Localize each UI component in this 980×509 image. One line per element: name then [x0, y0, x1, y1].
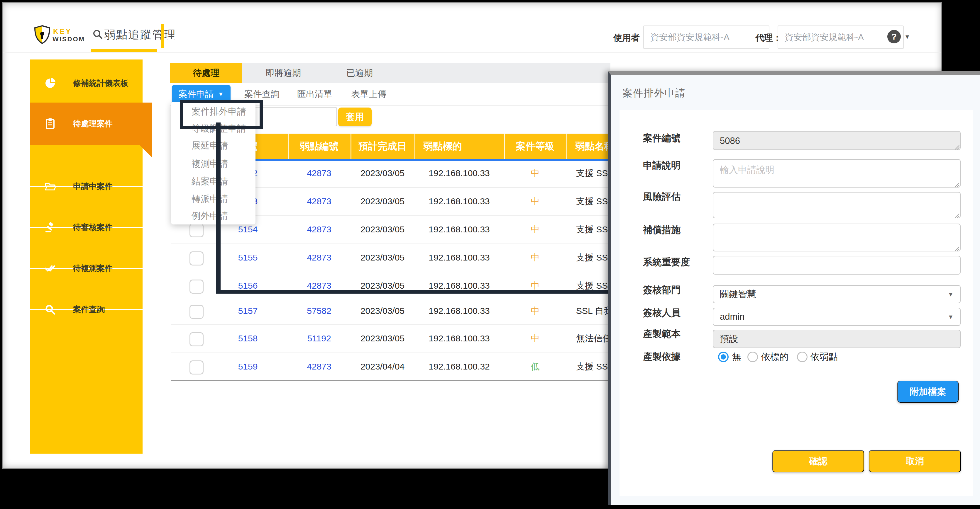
- tab-due-soon[interactable]: 即將逾期: [242, 63, 325, 83]
- tab-overdue[interactable]: 已逾期: [325, 63, 395, 83]
- radio-by-target[interactable]: [748, 352, 758, 362]
- level-badge: 中: [504, 216, 566, 244]
- menu-item-other-exception[interactable]: 例外申請: [191, 208, 228, 224]
- double-check-icon: [44, 263, 56, 274]
- level-badge: 中: [504, 187, 566, 216]
- radio-by-target-label: 依標的: [761, 351, 789, 363]
- table-row[interactable]: 5158 51192 2023/03/05 192.168.100.33 中 無…: [171, 324, 614, 352]
- vuln-id-link[interactable]: 42873: [288, 159, 350, 187]
- brand-shield-icon: [34, 25, 51, 44]
- sidebar-item-label: 待審核案件: [73, 222, 113, 233]
- annotation-highlight-box: [180, 100, 263, 129]
- col-header-vuln-id: 弱點編號: [288, 134, 350, 159]
- exception-request-modal: 案件排外申請 案件編號 5086 申請說明 風險評估 補償措施 系統重要度 簽核…: [608, 71, 980, 505]
- sidebar-item-label: 待複測案件: [73, 263, 113, 274]
- help-icon[interactable]: ?: [887, 30, 901, 43]
- gavel-icon: [44, 222, 56, 233]
- menu-item-extension[interactable]: 展延申請: [191, 137, 228, 154]
- sidebar-item-pending-active[interactable]: 待處理案件: [30, 103, 152, 145]
- tab-pending[interactable]: 待處理: [170, 63, 242, 83]
- table-row[interactable]: 5157 57582 2023/03/05 192.168.100.33 中 S…: [171, 297, 614, 325]
- case-id-link[interactable]: 5157: [208, 297, 288, 325]
- target-ip: 192.168.100.33: [414, 216, 504, 244]
- row-checkbox[interactable]: [189, 251, 204, 265]
- col-header-target: 弱點標的: [414, 134, 504, 159]
- compensation-field[interactable]: [713, 224, 961, 251]
- menu-item-close-case[interactable]: 結案申請: [191, 173, 228, 190]
- importance-field[interactable]: [713, 256, 961, 274]
- radio-by-vuln[interactable]: [797, 352, 808, 362]
- table-row[interactable]: 5155 42873 2023/03/05 192.168.100.33 中 支…: [171, 244, 614, 272]
- confirm-button[interactable]: 確認: [772, 450, 864, 473]
- module-title: 弱點追蹤管理: [104, 27, 176, 42]
- vuln-id-link[interactable]: 42873: [288, 216, 350, 244]
- radio-none-label: 無: [732, 351, 741, 363]
- vuln-id-link[interactable]: 42873: [288, 187, 350, 216]
- col-header-level: 案件等級: [504, 134, 566, 159]
- basis-radio-group: 無 依標的 依弱點: [713, 348, 961, 366]
- row-checkbox[interactable]: [189, 223, 204, 237]
- risk-label: 風險評估: [643, 190, 681, 203]
- target-ip: 192.168.100.32: [414, 352, 504, 381]
- resize-grip-icon: [954, 246, 960, 251]
- approver-select[interactable]: admin ▾: [713, 308, 961, 326]
- due-date: 2023/03/05: [350, 272, 414, 300]
- risk-field[interactable]: [713, 192, 961, 218]
- apply-button[interactable]: 套用: [338, 108, 372, 126]
- sidebar-item-dashboard[interactable]: 修補統計儀表板: [30, 63, 143, 104]
- level-badge: 中: [504, 159, 566, 187]
- target-ip: 192.168.100.33: [414, 297, 504, 325]
- department-value: 關鍵智慧: [720, 288, 756, 300]
- department-select[interactable]: 關鍵智慧 ▾: [713, 285, 961, 303]
- sidebar-item-retest[interactable]: 待複測案件: [30, 248, 143, 289]
- agent-select-value: 資安部資安規範科-A: [784, 31, 864, 43]
- modal-card: 案件編號 5086 申請說明 風險評估 補償措施 系統重要度 簽核部門 關鍵智慧…: [619, 110, 973, 496]
- screenshot-canvas: KEY WISDOM 弱點追蹤管理 使用者： 資安部資安規範科-A ▾ 代理： …: [0, 0, 980, 509]
- due-date: 2023/03/05: [350, 244, 414, 272]
- case-no-field[interactable]: 5086: [713, 131, 961, 150]
- menu-item-reassign[interactable]: 轉派申請: [191, 190, 228, 208]
- sidebar-item-applying[interactable]: 申請中案件: [30, 166, 143, 207]
- row-checkbox[interactable]: [189, 279, 204, 293]
- vuln-id-link[interactable]: 51192: [288, 324, 350, 352]
- export-list-link[interactable]: 匯出清單: [297, 85, 332, 103]
- vuln-id-link[interactable]: 57582: [288, 297, 350, 325]
- header-chevron-down-icon[interactable]: ▾: [905, 33, 909, 41]
- table-row[interactable]: 5159 42873 2023/04/04 192.168.100.32 低 支…: [171, 352, 614, 381]
- level-badge: 低: [504, 352, 566, 381]
- compensation-label: 補償措施: [643, 224, 681, 236]
- due-date: 2023/03/05: [350, 324, 414, 352]
- modal-title: 案件排外申請: [622, 86, 686, 100]
- description-field[interactable]: [713, 159, 961, 187]
- agent-select[interactable]: 資安部資安規範科-A ▾: [778, 25, 904, 49]
- brand-wisdom-text: WISDOM: [52, 35, 85, 43]
- search-icon: [44, 304, 56, 315]
- vuln-id-link[interactable]: 42873: [288, 244, 350, 272]
- sidebar-item-label: 案件查詢: [73, 304, 105, 315]
- brand-key-text: KEY: [53, 27, 72, 36]
- user-select[interactable]: 資安部資安規範科-A ▾: [643, 25, 769, 49]
- row-checkbox[interactable]: [189, 332, 204, 346]
- radio-none[interactable]: [718, 352, 729, 362]
- due-date: 2023/03/05: [350, 187, 414, 216]
- vuln-id-link[interactable]: 42873: [288, 272, 350, 300]
- menu-item-retest[interactable]: 複測申請: [191, 155, 228, 172]
- cancel-button[interactable]: 取消: [869, 450, 961, 473]
- annotation-vline: [216, 122, 221, 293]
- row-checkbox[interactable]: [189, 360, 204, 374]
- form-upload-link[interactable]: 表單上傳: [351, 85, 386, 103]
- table-row[interactable]: 5156 42873 2023/03/05 192.168.100.33 中 支…: [171, 272, 614, 300]
- sidebar-item-review[interactable]: 待審核案件: [30, 207, 143, 248]
- case-id-link[interactable]: 5158: [208, 324, 288, 352]
- chevron-down-icon: ▾: [949, 313, 953, 321]
- importance-label: 系統重要度: [643, 256, 690, 269]
- attach-file-button[interactable]: 附加檔案: [897, 381, 959, 403]
- vuln-id-link[interactable]: 42873: [288, 352, 350, 381]
- sidebar-item-search-case[interactable]: 案件查詢: [30, 289, 143, 330]
- case-id-link[interactable]: 5159: [208, 352, 288, 381]
- case-request-label: 案件申請: [179, 88, 214, 100]
- level-badge: 中: [504, 244, 566, 272]
- pie-chart-icon: [44, 78, 56, 89]
- row-checkbox[interactable]: [189, 305, 204, 319]
- level-badge: 中: [504, 272, 566, 300]
